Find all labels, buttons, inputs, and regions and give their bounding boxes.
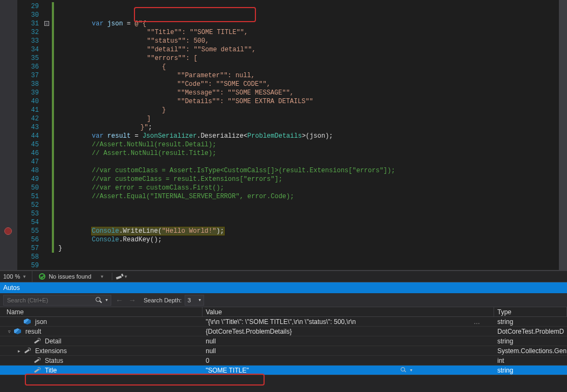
cell-value[interactable]: "SOME TITLE"▼ (202, 366, 494, 375)
line-number: 54 (17, 218, 39, 227)
breakpoint-icon[interactable] (4, 227, 12, 235)
line-number: 31 (17, 19, 39, 28)
fold-gutter[interactable]: - (43, 0, 52, 270)
line-number: 41 (17, 106, 39, 114)
code-line[interactable]: }"; (56, 123, 567, 132)
code-line[interactable]: Console.WriteLine("Hello World!"); (56, 227, 567, 235)
code-line[interactable] (56, 261, 567, 270)
line-number: 51 (17, 192, 39, 201)
variable-name: json (35, 318, 47, 326)
code-line[interactable]: var json = @"{ (56, 19, 567, 28)
variable-name: Extensions (35, 347, 67, 355)
code-line[interactable]: ""Title"": ""SOME TITLE"", (56, 28, 567, 37)
line-number: 48 (17, 166, 39, 175)
table-row[interactable]: ▿result{DotCoreTest.ProblemDetails}DotCo… (0, 327, 567, 336)
chevron-down-icon: ▼ (124, 274, 128, 279)
breakpoint-gutter[interactable] (0, 0, 17, 270)
line-number-gutter: 2930313233343536373839404142434445464748… (17, 0, 43, 270)
code-area[interactable]: var json = @"{""Title"": ""SOME TITLE"",… (54, 0, 567, 270)
code-line[interactable] (56, 209, 567, 218)
code-editor[interactable]: 2930313233343536373839404142434445464748… (0, 0, 567, 271)
cell-value[interactable]: 0 (202, 356, 494, 365)
table-row[interactable]: json"{\r\n \"Title\": \"SOME TITLE\",\r\… (0, 317, 567, 327)
code-line[interactable] (56, 201, 567, 209)
line-number: 36 (17, 63, 39, 71)
cell-name: ▸Extensions (0, 346, 202, 355)
code-line[interactable] (56, 218, 567, 227)
table-row[interactable]: Status0int (0, 356, 567, 366)
line-number: 52 (17, 201, 39, 209)
zoom-level[interactable]: 100 % ▼ (0, 271, 32, 282)
fold-toggle-icon[interactable]: - (44, 21, 49, 26)
code-line[interactable]: ""errors"": [ (56, 54, 567, 63)
cell-type: string (494, 366, 567, 375)
line-number: 30 (17, 11, 39, 19)
code-line[interactable]: { (56, 63, 567, 71)
visualizer-button[interactable]: ▼ (401, 367, 413, 373)
code-line[interactable]: Console.ReadKey(); (56, 235, 567, 244)
line-number: 46 (17, 149, 39, 158)
code-line[interactable]: //Assert.NotNull(result.Detail); (56, 140, 567, 149)
line-number: 29 (17, 2, 39, 11)
code-line[interactable]: //var error = customClass.First(); (56, 184, 567, 192)
cell-value[interactable]: null (202, 336, 494, 346)
column-type[interactable]: Type (494, 307, 567, 316)
column-value[interactable]: Value (202, 307, 494, 316)
expand-toggle-icon[interactable]: ▿ (6, 329, 12, 334)
nav-back-button[interactable]: ← (114, 296, 124, 304)
code-line[interactable]: ""Parameter"": null, (56, 71, 567, 80)
chevron-down-icon[interactable]: ▼ (105, 298, 109, 302)
line-number: 40 (17, 97, 39, 106)
brush-icon[interactable] (116, 273, 123, 280)
code-line[interactable]: //var customClass = Assert.IsType<Custom… (56, 166, 567, 175)
editor-vertical-scrollbar[interactable] (559, 0, 567, 270)
autos-search-box[interactable]: ▼ (3, 295, 111, 306)
search-depth-select[interactable]: 3 ▼ (185, 295, 204, 306)
line-number: 35 (17, 54, 39, 63)
code-line[interactable]: var result = JsonSerializer.Deserialize<… (56, 132, 567, 140)
code-line[interactable]: } (56, 106, 567, 114)
column-name[interactable]: Name (0, 307, 202, 316)
code-line[interactable] (56, 158, 567, 166)
chevron-down-icon: ▼ (409, 368, 413, 372)
line-number: 38 (17, 80, 39, 89)
variable-name: Status (45, 357, 63, 364)
table-header: Name Value Type (0, 307, 567, 317)
cell-value[interactable]: {DotCoreTest.ProblemDetails} (202, 327, 494, 336)
code-line[interactable]: ""Code"": ""SOME CODE"", (56, 80, 567, 89)
code-line[interactable] (56, 253, 567, 261)
property-icon (24, 348, 31, 354)
table-row[interactable]: ▸ExtensionsnullSystem.Collections.Gen (0, 346, 567, 356)
code-line[interactable]: //Assert.Equal("INTERNAL_SERVER_ERROR", … (56, 192, 567, 201)
autos-tab-label: Autos (3, 284, 20, 292)
autos-variables-table[interactable]: Name Value Type json"{\r\n \"Title\": \"… (0, 307, 567, 392)
search-depth-label: Search Depth: (144, 297, 181, 303)
code-line[interactable]: ""Message"": ""SOME MESSAGE"", (56, 89, 567, 97)
cell-value[interactable]: "{\r\n \"Title\": \"SOME TITLE\",\r\n \"… (202, 317, 494, 326)
code-line[interactable] (56, 11, 567, 19)
code-line[interactable]: ""status"": 500, (56, 37, 567, 45)
code-line[interactable]: ] (56, 114, 567, 123)
expand-toggle-icon[interactable]: ▸ (16, 348, 22, 354)
variable-icon (14, 328, 21, 334)
cell-type: int (494, 356, 567, 365)
table-row[interactable]: Title"SOME TITLE"▼string (0, 366, 567, 375)
cell-type: string (494, 317, 567, 326)
variable-name: result (25, 328, 41, 335)
line-number: 34 (17, 45, 39, 54)
code-line[interactable]: } (56, 244, 567, 253)
code-line[interactable]: // Assert.NotNull(result.Title); (56, 149, 567, 158)
cell-name: Detail (0, 336, 202, 346)
table-row[interactable]: Detailnullstring (0, 336, 567, 346)
code-line[interactable]: //var customeClass = result.Extensions["… (56, 175, 567, 184)
nav-forward-button[interactable]: → (127, 296, 137, 304)
code-line[interactable]: ""detail"": ""Some detail"", (56, 45, 567, 54)
code-line[interactable] (56, 2, 567, 11)
error-status[interactable]: No issues found (32, 273, 98, 280)
autos-toolbar: ▼ ← → Search Depth: 3 ▼ (0, 293, 567, 307)
search-icon[interactable] (96, 297, 102, 303)
autos-panel-tab[interactable]: Autos (0, 282, 567, 293)
cell-value[interactable]: null (202, 346, 494, 355)
search-input[interactable] (7, 297, 77, 303)
code-line[interactable]: ""Details"": ""SOME EXTRA DETAILS"" (56, 97, 567, 106)
